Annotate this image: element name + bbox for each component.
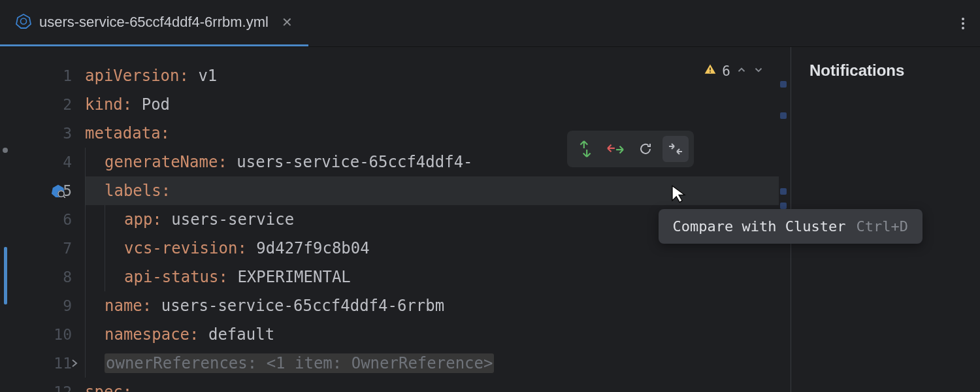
stripe-marker[interactable] — [780, 188, 787, 195]
code-line[interactable]: namespace: default — [85, 320, 779, 349]
line-number: 4 — [0, 148, 72, 176]
svg-point-1 — [21, 18, 27, 24]
next-highlight-icon[interactable] — [753, 63, 764, 79]
more-options-icon[interactable] — [958, 14, 968, 33]
kubernetes-icon — [16, 13, 31, 31]
file-tab[interactable]: users-service-65ccf4ddf4-6rrbm.yml ✕ — [0, 0, 308, 46]
kubernetes-gutter-icon[interactable] — [51, 184, 65, 198]
code-line[interactable]: apiVersion: v1 — [85, 61, 779, 90]
compare-with-cluster-button[interactable] — [662, 136, 689, 162]
stripe-marker[interactable] — [780, 203, 787, 209]
svg-rect-6 — [710, 68, 711, 71]
code-line[interactable]: name: users-service-65ccf4ddf4-6rrbm — [85, 291, 779, 320]
warning-icon — [704, 63, 717, 79]
code-line[interactable]: spec: — [85, 378, 779, 392]
code-line[interactable]: kind: Pod — [85, 90, 779, 119]
fold-expand-icon[interactable] — [71, 355, 78, 372]
tab-bar: users-service-65ccf4ddf4-6rrbm.yml ✕ — [0, 0, 980, 47]
warning-count: 6 — [722, 63, 730, 79]
stripe-marker[interactable] — [780, 112, 787, 119]
close-tab-icon[interactable]: ✕ — [282, 14, 293, 30]
svg-marker-0 — [16, 14, 31, 28]
editor[interactable]: 1 2 3 4 5 6 7 8 9 10 11 12 — [0, 47, 791, 392]
line-number: 11 — [0, 349, 72, 378]
kubernetes-toolbar — [567, 131, 694, 167]
svg-rect-7 — [710, 71, 711, 73]
prev-highlight-icon[interactable] — [736, 63, 747, 79]
push-to-cluster-button[interactable] — [572, 136, 598, 162]
line-number: 6 — [0, 205, 72, 234]
stripe-marker[interactable] — [780, 81, 787, 88]
code-line[interactable]: api-status: EXPERIMENTAL — [85, 263, 779, 291]
notifications-title: Notifications — [809, 61, 962, 80]
code-content[interactable]: apiVersion: v1 kind: Pod metadata: gener… — [85, 47, 779, 392]
line-number: 3 — [0, 119, 72, 148]
tooltip-shortcut: Ctrl+D — [857, 218, 908, 235]
line-number: 2 — [0, 90, 72, 119]
line-number-gutter: 1 2 3 4 5 6 7 8 9 10 11 12 — [0, 47, 85, 392]
code-line[interactable]: ownerReferences: <1 item: OwnerReference… — [85, 349, 779, 378]
line-number: 9 — [0, 291, 72, 320]
svg-line-5 — [63, 196, 65, 198]
line-number: 12 — [0, 378, 72, 392]
line-number: 5 — [0, 176, 72, 205]
pull-from-cluster-button[interactable] — [602, 136, 629, 162]
tooltip-label: Compare with Cluster — [673, 218, 846, 235]
line-number: 10 — [0, 320, 72, 349]
line-number: 7 — [0, 234, 72, 263]
refresh-button[interactable] — [632, 136, 659, 162]
line-number: 1 — [0, 61, 72, 90]
tooltip: Compare with Cluster Ctrl+D — [659, 209, 923, 244]
mouse-cursor-icon — [670, 184, 687, 208]
tab-filename: users-service-65ccf4ddf4-6rrbm.yml — [39, 14, 269, 31]
line-number: 8 — [0, 263, 72, 291]
inspections-widget[interactable]: 6 — [704, 63, 764, 79]
